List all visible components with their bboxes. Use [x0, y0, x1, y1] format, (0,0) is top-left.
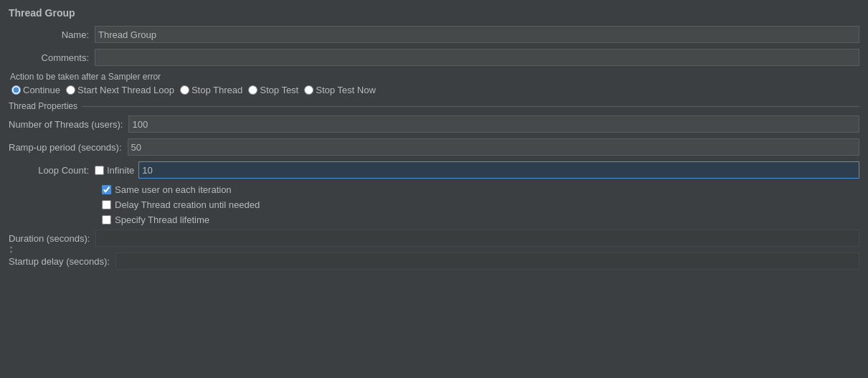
radio-continue-label: Continue [23, 85, 60, 95]
radio-start-next-label: Start Next Thread Loop [77, 85, 174, 95]
thread-properties-section: Number of Threads (users): Ramp-up perio… [9, 115, 859, 225]
comments-input[interactable] [95, 49, 859, 66]
num-threads-label: Number of Threads (users): [9, 119, 128, 130]
specify-lifetime-checkbox-label[interactable]: Specify Thread lifetime [102, 214, 209, 225]
delay-thread-checkbox[interactable] [102, 200, 111, 209]
radio-stop-thread[interactable]: Stop Thread [180, 85, 242, 95]
num-threads-input[interactable] [128, 115, 859, 133]
infinite-checkbox[interactable] [95, 166, 104, 175]
action-options-row: Continue Start Next Thread Loop Stop Thr… [9, 85, 859, 95]
specify-lifetime-label: Specify Thread lifetime [115, 214, 209, 225]
thread-properties-section-label: Thread Properties [9, 101, 859, 111]
dot-1 [10, 247, 12, 249]
num-threads-row: Number of Threads (users): [9, 115, 859, 133]
delay-thread-label: Delay Thread creation until needed [115, 199, 260, 210]
radio-stop-thread-label: Stop Thread [192, 85, 242, 95]
ramp-up-input[interactable] [128, 138, 859, 156]
radio-start-next[interactable]: Start Next Thread Loop [66, 85, 174, 95]
duration-row: Duration (seconds): [9, 230, 859, 247]
action-error-label: Action to be taken after a Sampler error [9, 72, 859, 82]
radio-stop-test-now[interactable]: Stop Test Now [304, 85, 376, 95]
drag-handle [9, 245, 14, 255]
startup-delay-row: Startup delay (seconds): [9, 252, 859, 270]
ramp-up-row: Ramp-up period (seconds): [9, 138, 859, 156]
delay-thread-checkbox-label[interactable]: Delay Thread creation until needed [102, 199, 260, 210]
panel-title: Thread Group [9, 7, 859, 19]
specify-lifetime-row: Specify Thread lifetime [9, 214, 859, 225]
dot-2 [10, 251, 12, 253]
ramp-up-label: Ramp-up period (seconds): [9, 142, 128, 153]
startup-delay-input[interactable] [115, 252, 859, 270]
comments-label: Comments: [9, 52, 95, 63]
loop-count-row: Loop Count: Infinite [9, 161, 859, 179]
delay-thread-row: Delay Thread creation until needed [9, 199, 859, 210]
radio-stop-test-label: Stop Test [260, 85, 298, 95]
loop-count-label: Loop Count: [9, 165, 95, 176]
startup-delay-label: Startup delay (seconds): [9, 256, 115, 267]
infinite-label: Infinite [107, 165, 134, 176]
name-input[interactable] [95, 26, 859, 43]
loop-count-input[interactable] [138, 161, 859, 179]
radio-stop-test[interactable]: Stop Test [248, 85, 298, 95]
duration-label: Duration (seconds): [9, 233, 95, 244]
comments-row: Comments: [9, 49, 859, 66]
thread-group-panel: Thread Group Name: Comments: Action to b… [0, 0, 868, 378]
name-label: Name: [9, 29, 95, 40]
same-user-row: Same user on each iteration [9, 184, 859, 195]
infinite-check-label[interactable]: Infinite [95, 165, 134, 176]
duration-input[interactable] [95, 230, 859, 247]
radio-continue[interactable]: Continue [11, 85, 60, 95]
radio-stop-test-now-label: Stop Test Now [316, 85, 376, 95]
same-user-checkbox-label[interactable]: Same user on each iteration [102, 184, 232, 195]
lifetime-section: Duration (seconds): Startup delay (secon… [9, 230, 859, 270]
same-user-label: Same user on each iteration [115, 184, 232, 195]
name-row: Name: [9, 26, 859, 43]
specify-lifetime-checkbox[interactable] [102, 215, 111, 225]
same-user-checkbox[interactable] [102, 185, 111, 194]
